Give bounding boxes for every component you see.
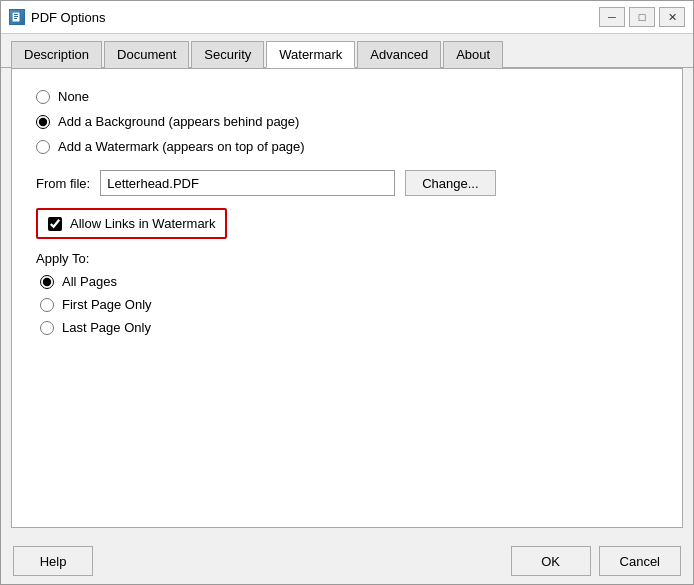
tab-bar: Description Document Security Watermark … xyxy=(1,34,693,68)
svg-rect-1 xyxy=(14,14,18,15)
window-title: PDF Options xyxy=(31,10,599,25)
tab-description[interactable]: Description xyxy=(11,41,102,68)
radio-watermark[interactable]: Add a Watermark (appears on top of page) xyxy=(36,139,658,154)
app-icon xyxy=(9,9,25,25)
file-label: From file: xyxy=(36,176,90,191)
radio-watermark-input[interactable] xyxy=(36,140,50,154)
file-row: From file: Change... xyxy=(36,170,658,196)
title-bar: PDF Options ─ □ ✕ xyxy=(1,1,693,34)
tab-about[interactable]: About xyxy=(443,41,503,68)
radio-last-page-label: Last Page Only xyxy=(62,320,151,335)
allow-links-checkbox-container[interactable]: Allow Links in Watermark xyxy=(36,208,227,239)
minimize-button[interactable]: ─ xyxy=(599,7,625,27)
cancel-button[interactable]: Cancel xyxy=(599,546,681,576)
radio-watermark-label: Add a Watermark (appears on top of page) xyxy=(58,139,305,154)
radio-background-label: Add a Background (appears behind page) xyxy=(58,114,299,129)
radio-first-page-label: First Page Only xyxy=(62,297,152,312)
pdf-options-dialog: PDF Options ─ □ ✕ Description Document S… xyxy=(0,0,694,585)
radio-first-page-input[interactable] xyxy=(40,298,54,312)
allow-links-checkbox[interactable] xyxy=(48,217,62,231)
svg-rect-2 xyxy=(14,16,18,17)
tab-security[interactable]: Security xyxy=(191,41,264,68)
bottom-bar-left: Help xyxy=(13,546,503,576)
radio-none-input[interactable] xyxy=(36,90,50,104)
apply-radio-group: All Pages First Page Only Last Page Only xyxy=(36,274,658,335)
source-radio-group: None Add a Background (appears behind pa… xyxy=(36,89,658,154)
tab-watermark[interactable]: Watermark xyxy=(266,41,355,68)
change-button[interactable]: Change... xyxy=(405,170,495,196)
radio-last-page[interactable]: Last Page Only xyxy=(40,320,658,335)
close-button[interactable]: ✕ xyxy=(659,7,685,27)
radio-last-page-input[interactable] xyxy=(40,321,54,335)
radio-all-pages-label: All Pages xyxy=(62,274,117,289)
window-controls: ─ □ ✕ xyxy=(599,7,685,27)
maximize-button[interactable]: □ xyxy=(629,7,655,27)
tab-advanced[interactable]: Advanced xyxy=(357,41,441,68)
bottom-bar-right: OK Cancel xyxy=(511,546,681,576)
file-input[interactable] xyxy=(100,170,395,196)
allow-links-label: Allow Links in Watermark xyxy=(70,216,215,231)
radio-all-pages[interactable]: All Pages xyxy=(40,274,658,289)
help-button[interactable]: Help xyxy=(13,546,93,576)
tab-document[interactable]: Document xyxy=(104,41,189,68)
bottom-bar: Help OK Cancel xyxy=(1,538,693,584)
radio-background[interactable]: Add a Background (appears behind page) xyxy=(36,114,658,129)
radio-none-label: None xyxy=(58,89,89,104)
radio-background-input[interactable] xyxy=(36,115,50,129)
svg-rect-3 xyxy=(14,18,17,19)
ok-button[interactable]: OK xyxy=(511,546,591,576)
apply-to-label: Apply To: xyxy=(36,251,658,266)
radio-all-pages-input[interactable] xyxy=(40,275,54,289)
radio-none[interactable]: None xyxy=(36,89,658,104)
radio-first-page[interactable]: First Page Only xyxy=(40,297,658,312)
apply-to-section: Apply To: All Pages First Page Only Last… xyxy=(36,251,658,335)
content-area: None Add a Background (appears behind pa… xyxy=(11,68,683,528)
